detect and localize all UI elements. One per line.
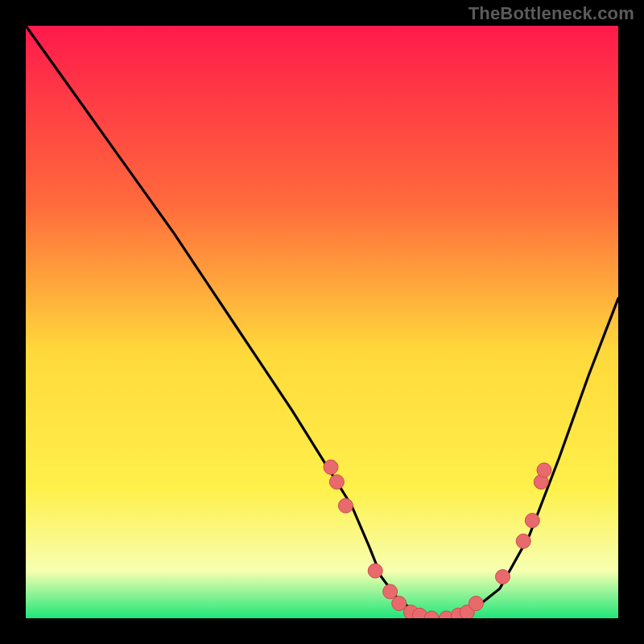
frame-left bbox=[0, 0, 26, 644]
chart-frame: TheBottleneck.com bbox=[0, 0, 644, 644]
frame-right bbox=[618, 0, 644, 644]
curve-marker bbox=[525, 514, 539, 528]
plot-background bbox=[26, 26, 618, 618]
curve-marker bbox=[469, 597, 483, 611]
curve-marker bbox=[496, 570, 510, 584]
curve-marker bbox=[368, 564, 382, 578]
curve-marker bbox=[329, 475, 344, 489]
bottleneck-chart bbox=[0, 0, 644, 644]
frame-bottom bbox=[0, 618, 644, 644]
curve-marker bbox=[392, 597, 407, 611]
watermark-text: TheBottleneck.com bbox=[469, 3, 634, 24]
curve-marker bbox=[324, 460, 338, 474]
curve-marker bbox=[516, 534, 530, 548]
curve-marker bbox=[383, 584, 398, 599]
curve-marker bbox=[537, 463, 551, 477]
curve-marker bbox=[338, 498, 353, 513]
